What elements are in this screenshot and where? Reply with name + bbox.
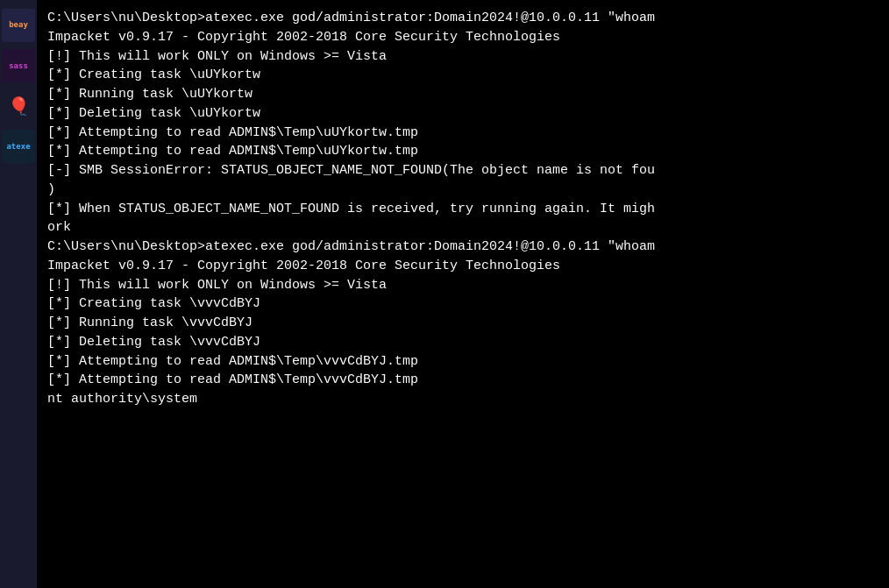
terminal-line: [*] Running task \vvvCdBYJ — [47, 314, 878, 333]
balloon-icon: 🎈 — [8, 96, 30, 117]
terminal-line: [!] This will work ONLY on Windows >= Vi… — [47, 276, 878, 295]
sidebar-item-balloon[interactable]: 🎈 — [2, 89, 35, 123]
terminal-line: [*] Creating task \uUYkortw — [47, 66, 878, 85]
terminal-line: [*] When STATUS_OBJECT_NAME_NOT_FOUND is… — [47, 200, 878, 219]
sidebar-item-beay[interactable]: beay — [2, 9, 35, 42]
terminal-line: Impacket v0.9.17 - Copyright 2002-2018 C… — [47, 28, 878, 47]
sidebar-item-atexe[interactable]: atexe — [2, 130, 35, 163]
terminal-line: ork — [47, 218, 878, 237]
terminal-line: [*] Attempting to read ADMIN$\Temp\vvvCd… — [47, 352, 878, 372]
terminal-line: Impacket v0.9.17 - Copyright 2002-2018 C… — [47, 257, 878, 276]
terminal-line: [*] Running task \uUYkortw — [47, 85, 878, 104]
terminal-line: C:\Users\nu\Desktop>atexec.exe god/admin… — [47, 9, 878, 28]
terminal-line: [-] SMB SessionError: STATUS_OBJECT_NAME… — [47, 161, 878, 181]
sidebar-item-sass[interactable]: sass — [2, 49, 35, 82]
terminal-line: nt authority\system — [47, 390, 878, 409]
terminal-line: [*] Attempting to read ADMIN$\Temp\uUYko… — [47, 142, 878, 161]
terminal-line: [*] Creating task \vvvCdBYJ — [47, 294, 878, 314]
sidebar-label-beay: beay — [9, 21, 28, 30]
terminal-line: ) — [47, 181, 878, 200]
terminal-line: [*] Deleting task \vvvCdBYJ — [47, 333, 878, 352]
terminal-line: [*] Attempting to read ADMIN$\Temp\uUYko… — [47, 124, 878, 143]
terminal-line: [*] Deleting task \uUYkortw — [47, 104, 878, 124]
sidebar: beay sass 🎈 atexe — [0, 0, 37, 588]
terminal-line: [!] This will work ONLY on Windows >= Vi… — [47, 47, 878, 67]
sidebar-label-sass: sass — [9, 61, 28, 70]
terminal-line: [*] Attempting to read ADMIN$\Temp\vvvCd… — [47, 371, 878, 390]
sidebar-label-atexe: atexe — [6, 142, 30, 151]
terminal-output: C:\Users\nu\Desktop>atexec.exe god/admin… — [37, 0, 889, 588]
terminal-line: C:\Users\nu\Desktop>atexec.exe god/admin… — [47, 237, 878, 257]
